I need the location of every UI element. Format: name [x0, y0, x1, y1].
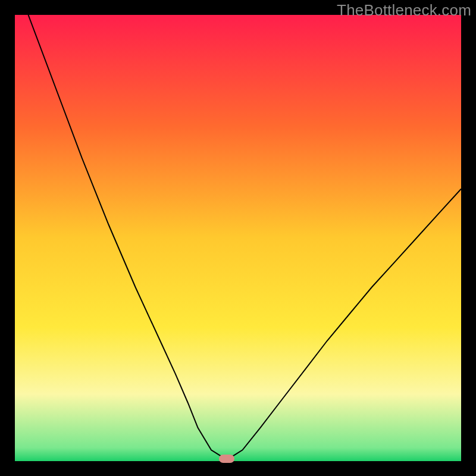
optimal-point-marker [219, 455, 234, 463]
chart-frame [15, 15, 461, 461]
watermark-text: TheBottleneck.com [337, 1, 471, 20]
chart-background [15, 15, 461, 461]
plot-area [15, 15, 461, 461]
chart-svg [15, 15, 461, 461]
